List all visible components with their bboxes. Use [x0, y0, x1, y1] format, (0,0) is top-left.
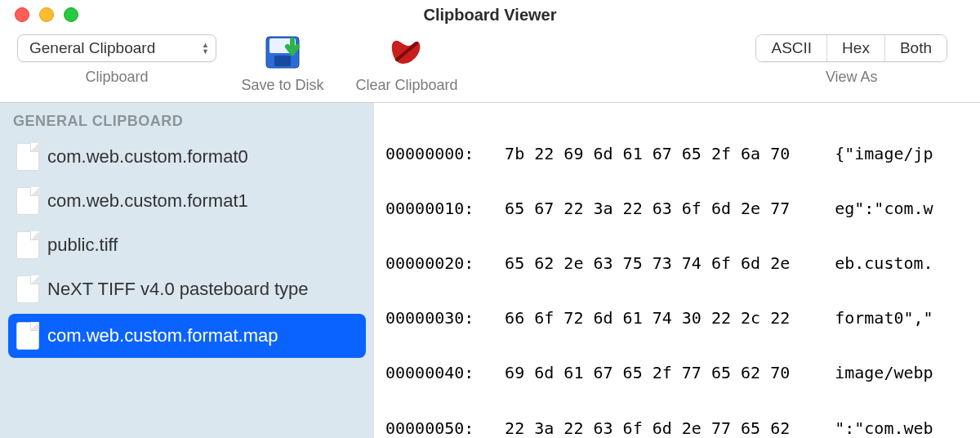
clipboard-selector-value: General Clipboard [29, 39, 155, 57]
window-title: Clipboard Viewer [0, 6, 980, 25]
clipboard-label: Clipboard [85, 69, 148, 86]
svg-rect-2 [274, 56, 291, 66]
file-icon [16, 143, 39, 171]
clear-clipboard-button[interactable]: Clear Clipboard [340, 34, 474, 94]
save-label: Save to Disk [241, 77, 323, 94]
view-both-button[interactable]: Both [885, 35, 947, 61]
hex-view: 00000000: 7b 22 69 6d 61 67 65 2f 6a 70 … [374, 103, 980, 438]
sidebar-header: GENERAL CLIPBOARD [0, 108, 374, 135]
hex-row: 00000010: 65 67 22 3a 22 63 6f 6d 2e 77 … [385, 199, 973, 217]
sidebar-item-next-tiff[interactable]: NeXT TIFF v4.0 pasteboard type [0, 267, 374, 311]
clipboard-selector[interactable]: General Clipboard ▲▼ [17, 34, 216, 62]
chevron-updown-icon: ▲▼ [202, 42, 209, 55]
save-to-disk-button[interactable]: Save to Disk [225, 34, 340, 94]
file-icon [16, 275, 39, 303]
sidebar-item-label: NeXT TIFF v4.0 pasteboard type [47, 279, 309, 300]
hex-row: 00000020: 65 62 2e 63 75 73 74 6f 6d 2e … [385, 254, 973, 272]
sidebar-item-label: com.web.custom.format1 [47, 190, 248, 212]
hex-row: 00000000: 7b 22 69 6d 61 67 65 2f 6a 70 … [385, 145, 973, 163]
sidebar-item-public-tiff[interactable]: public.tiff [0, 223, 374, 267]
view-as-segmented: ASCII Hex Both [755, 34, 947, 62]
view-ascii-button[interactable]: ASCII [756, 35, 827, 61]
clear-label: Clear Clipboard [355, 77, 457, 94]
sidebar-item-format0[interactable]: com.web.custom.format0 [0, 135, 374, 179]
view-as-label: View As [826, 69, 878, 86]
hex-row: 00000030: 66 6f 72 6d 61 74 30 22 2c 22 … [385, 309, 973, 327]
clear-icon [387, 34, 426, 70]
hex-row: 00000040: 69 6d 61 67 65 2f 77 65 62 70 … [385, 364, 973, 382]
sidebar-item-label: com.web.custom.format.map [47, 325, 278, 346]
sidebar: GENERAL CLIPBOARD com.web.custom.format0… [0, 103, 374, 438]
file-icon [16, 187, 39, 215]
titlebar: Clipboard Viewer [0, 0, 980, 29]
file-icon [16, 231, 39, 259]
toolbar: General Clipboard ▲▼ Clipboard Save to D… [0, 29, 980, 103]
file-icon [16, 322, 39, 350]
sidebar-item-label: com.web.custom.format0 [47, 146, 248, 168]
sidebar-item-label: public.tiff [47, 235, 118, 256]
content-area: GENERAL CLIPBOARD com.web.custom.format0… [0, 103, 980, 438]
view-hex-button[interactable]: Hex [827, 35, 885, 61]
hex-row: 00000050: 22 3a 22 63 6f 6d 2e 77 65 62 … [385, 419, 973, 437]
sidebar-item-format1[interactable]: com.web.custom.format1 [0, 179, 374, 223]
sidebar-item-format-map[interactable]: com.web.custom.format.map [8, 314, 366, 358]
save-icon [263, 34, 302, 70]
